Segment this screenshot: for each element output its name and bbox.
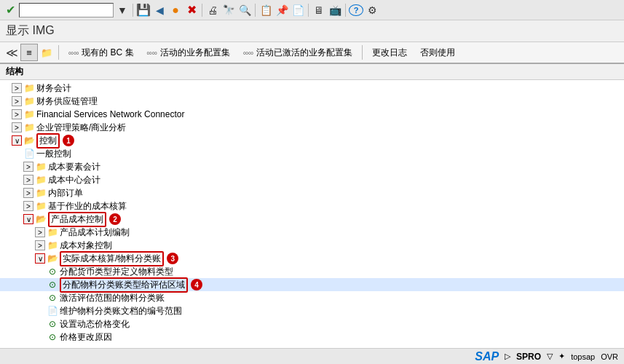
sep5 xyxy=(345,4,346,17)
tree-item-fsnc[interactable]: > 📁 Financial Services Network Connector xyxy=(0,108,624,121)
folder-icon-neibun: 📁 xyxy=(35,187,47,199)
tree-item-general[interactable]: 📄 一般控制 xyxy=(0,147,624,160)
highlight-actual: 实际成本核算/物料分类账 xyxy=(60,251,164,266)
folder-icon-supply: 📁 xyxy=(23,95,35,107)
badge-3: 3 xyxy=(167,253,178,264)
tree-area[interactable]: > 📁 财务会计 > 📁 财务供应链管理 > 📁 Financial Servi… xyxy=(0,80,624,341)
expand-control[interactable]: ∨ xyxy=(12,135,22,146)
label-general: 一般控制 xyxy=(36,148,71,160)
sep3 xyxy=(255,4,256,17)
highlight-control: 控制 xyxy=(36,133,60,149)
expand-center[interactable]: > xyxy=(23,175,33,185)
label-jihuo: 激活评估范围的物料分类账 xyxy=(60,292,165,304)
tree-item-chengben[interactable]: > 📁 成本要素会计 xyxy=(0,160,624,173)
tree-item-object[interactable]: > 📁 成本对象控制 xyxy=(0,239,624,252)
monitor-icon[interactable]: 🖥 xyxy=(312,3,326,17)
expand-neibun[interactable]: > xyxy=(23,188,33,198)
expand-fsnc[interactable]: > xyxy=(12,109,22,119)
tree-item-peizhichanpin[interactable]: ⊙ 分配货币类型并定义物料类型 xyxy=(0,265,624,278)
check-icon[interactable]: ✔ xyxy=(3,3,17,17)
folder-icon-control: 📂 xyxy=(23,135,35,146)
label-neibun: 内部订单 xyxy=(48,187,83,199)
new-icon[interactable]: 📄 xyxy=(291,3,305,17)
paste-icon[interactable]: 📌 xyxy=(275,3,289,17)
expand-chengben[interactable]: > xyxy=(23,162,33,172)
folder-icon-plan: 📁 xyxy=(47,226,58,238)
tree-item-zuoye[interactable]: > 📁 基于作业的成本核算 xyxy=(0,199,624,213)
highlight-peizhi-area: 分配物料分类账类型给评估区域 xyxy=(60,277,188,293)
active-bc-button[interactable]: ∞∞ 活动的业务配置集 xyxy=(141,44,237,61)
tree-item-shezhi[interactable]: ⊙ 设置动态价格变化 xyxy=(0,317,624,331)
tree-item-jiage[interactable]: ⊙ 价格更改原因 xyxy=(0,331,624,341)
active-activated-icon: ∞∞ xyxy=(243,49,253,57)
label-qiye: 企业管理策略/商业分析 xyxy=(36,122,126,134)
topsap-label: topsap xyxy=(571,352,595,361)
active-bc-icon: ∞∞ xyxy=(147,49,157,57)
folder-icon-product: 📂 xyxy=(35,213,47,225)
help-icon[interactable]: ? xyxy=(349,4,363,16)
expand-object[interactable]: > xyxy=(35,240,45,250)
tree-item-actual-cost[interactable]: ∨ 📂 实际成本核算/物料分类账 3 xyxy=(0,252,624,265)
expand-caiwu[interactable]: > xyxy=(12,83,22,93)
cancel-icon[interactable]: ✖ xyxy=(184,3,199,17)
not-used-button[interactable]: 否则使用 xyxy=(414,44,462,61)
copy-icon[interactable]: 📋 xyxy=(258,3,273,17)
toolbar-input[interactable] xyxy=(19,3,114,17)
collapse-all-icon[interactable]: ≪ xyxy=(3,44,20,61)
expand-zuoye[interactable]: > xyxy=(23,201,33,211)
folder-icon[interactable]: 📁 xyxy=(38,44,55,61)
tree-item-caiwu[interactable]: > 📁 财务会计 xyxy=(0,82,624,95)
expand-plan[interactable]: > xyxy=(35,227,45,237)
tree-item-qiye[interactable]: > 📁 企业管理策略/商业分析 xyxy=(0,121,624,134)
tree-item-control[interactable]: ∨ 📂 控制 1 xyxy=(0,134,624,147)
label-control: 控制 xyxy=(39,135,57,147)
bc-set-button[interactable]: ∞∞ 现有的 BC 集 xyxy=(62,44,141,61)
find-icon[interactable]: 🔍 xyxy=(237,3,252,17)
label-zuoye: 基于作业的成本核算 xyxy=(48,200,127,213)
settings-icon[interactable]: ⚙ xyxy=(365,3,379,17)
sap-logo: SAP xyxy=(475,350,499,363)
expand-actual[interactable]: ∨ xyxy=(35,253,45,264)
nav-icon-peizhi-area: ⊙ xyxy=(47,279,58,290)
binoculars-icon[interactable]: 🔭 xyxy=(221,3,236,17)
change-log-button[interactable]: 更改日志 xyxy=(366,44,414,61)
tree-item-supply[interactable]: > 📁 财务供应链管理 xyxy=(0,95,624,108)
folder-icon-object: 📁 xyxy=(47,240,58,251)
spro-label: SPRO xyxy=(516,352,541,362)
sep4 xyxy=(308,4,309,17)
label-object: 成本对象控制 xyxy=(60,240,112,252)
status-separator: ▷ xyxy=(505,352,510,361)
dropdown-arrow[interactable]: ▼ xyxy=(115,3,130,17)
tree-item-neibun[interactable]: > 📁 内部订单 xyxy=(0,186,624,199)
tree-item-jihuo[interactable]: ⊙ 激活评估范围的物料分类账 xyxy=(0,291,624,304)
print-icon[interactable]: 🖨 xyxy=(205,3,220,17)
label-weihu: 维护物料分类账文档的编号范围 xyxy=(60,305,182,317)
sep2 xyxy=(202,4,202,17)
active-activated-button[interactable]: ∞∞ 活动已激活的业务配置集 xyxy=(237,44,359,61)
tree-item-product-cost[interactable]: ∨ 📂 产品成本控制 2 xyxy=(0,213,624,226)
expand-qiye[interactable]: > xyxy=(12,122,22,132)
separator xyxy=(133,4,133,17)
expand-supply[interactable]: > xyxy=(12,96,22,106)
folder-icon-caiwu: 📁 xyxy=(23,82,35,94)
back-icon[interactable]: ◀ xyxy=(152,3,167,17)
tree-item-center[interactable]: > 📁 成本中心会计 xyxy=(0,173,624,186)
folder-icon-qiye: 📁 xyxy=(23,122,35,133)
status-arrow: ▽ xyxy=(547,352,553,361)
label-actual-cost: 实际成本核算/物料分类账 xyxy=(63,253,161,265)
tree-item-weihu[interactable]: 📄 维护物料分类账文档的编号范围 xyxy=(0,304,624,317)
tree-item-plan[interactable]: > 📁 产品成本计划编制 xyxy=(0,226,624,239)
expand-icon[interactable]: ≡ xyxy=(20,44,38,61)
monitor2-icon[interactable]: 📺 xyxy=(328,3,342,17)
save-icon[interactable]: 💾 xyxy=(136,3,151,17)
status-right: SAP ▷ SPRO ▽ ✦ topsap OVR xyxy=(475,350,618,363)
nav-icon-jiage: ⊙ xyxy=(47,331,58,341)
label-peizhi-area: 分配物料分类账类型给评估区域 xyxy=(63,279,185,291)
expand-product-cost[interactable]: ∨ xyxy=(23,214,33,224)
folder-icon-zuoye: 📁 xyxy=(35,200,47,212)
tree-item-peizhi-area[interactable]: ⊙ 分配物料分类账类型给评估区域 4 xyxy=(0,278,624,291)
back2-icon[interactable]: ● xyxy=(168,3,183,17)
label-peizhichanpin: 分配货币类型并定义物料类型 xyxy=(60,266,173,278)
server-label: ✦ xyxy=(558,352,565,361)
label-supply: 财务供应链管理 xyxy=(36,95,98,108)
